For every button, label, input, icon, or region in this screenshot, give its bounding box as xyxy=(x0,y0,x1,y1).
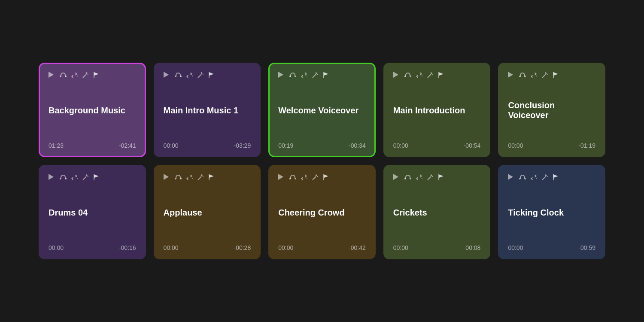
loop-icon[interactable] xyxy=(71,72,78,79)
flag-icon[interactable] xyxy=(553,174,559,181)
play-icon[interactable] xyxy=(508,72,515,79)
flag-icon[interactable] xyxy=(208,174,215,181)
loop-icon[interactable] xyxy=(186,174,193,181)
svg-marker-64 xyxy=(393,174,398,180)
svg-marker-20 xyxy=(316,72,318,74)
card-crickets[interactable]: Crickets 00:00 -00:08 xyxy=(383,165,491,259)
headphones-icon[interactable] xyxy=(289,174,296,181)
magic-icon[interactable] xyxy=(197,72,204,79)
loop-icon[interactable] xyxy=(416,174,422,181)
svg-rect-2 xyxy=(65,76,67,77)
card-time-right: -00:28 xyxy=(234,244,251,251)
headphones-icon[interactable] xyxy=(519,174,526,181)
card-times: 01:23 -02:41 xyxy=(49,142,136,149)
magic-icon[interactable] xyxy=(541,174,548,181)
card-cheering-crowd[interactable]: Cheering Crowd 00:00 -00:42 xyxy=(268,165,376,259)
card-time-left: 00:00 xyxy=(49,244,64,251)
headphones-icon[interactable] xyxy=(60,72,67,79)
card-main-intro-music-1[interactable]: Main Intro Music 1 00:00 -03:29 xyxy=(154,63,261,157)
magic-icon[interactable] xyxy=(197,174,204,181)
svg-marker-12 xyxy=(200,72,203,74)
magic-icon[interactable] xyxy=(427,174,434,181)
magic-icon[interactable] xyxy=(82,174,89,181)
svg-rect-10 xyxy=(180,76,182,77)
magic-icon[interactable] xyxy=(427,72,434,79)
magic-icon[interactable] xyxy=(312,72,319,79)
svg-line-51 xyxy=(198,176,201,180)
svg-rect-49 xyxy=(175,178,176,179)
svg-marker-76 xyxy=(545,174,547,176)
loop-icon[interactable] xyxy=(71,174,78,181)
svg-line-11 xyxy=(198,74,201,78)
headphones-icon[interactable] xyxy=(404,72,411,79)
play-icon[interactable] xyxy=(508,174,515,181)
card-time-right: -00:08 xyxy=(464,244,481,251)
flag-icon[interactable] xyxy=(438,174,445,181)
card-times: 00:00 -00:54 xyxy=(393,142,481,149)
card-background-music[interactable]: Background Music 01:23 -02:41 xyxy=(39,63,146,157)
loop-icon[interactable] xyxy=(530,174,537,181)
card-welcome-voiceover[interactable]: Welcome Voiceover 00:19 -00:34 xyxy=(268,63,376,157)
loop-icon[interactable] xyxy=(301,72,307,79)
headphones-icon[interactable] xyxy=(175,72,182,79)
play-icon[interactable] xyxy=(393,174,400,181)
card-title: Applause xyxy=(164,185,251,240)
headphones-icon[interactable] xyxy=(175,174,182,181)
card-time-right: -00:59 xyxy=(578,244,595,251)
card-drums-04[interactable]: Drums 04 00:00 -00:16 xyxy=(39,165,146,259)
card-icons xyxy=(393,174,481,181)
svg-marker-16 xyxy=(278,72,283,78)
flag-icon[interactable] xyxy=(208,72,215,79)
card-icons xyxy=(49,72,136,79)
card-time-right: -03:29 xyxy=(234,142,251,149)
flag-icon[interactable] xyxy=(323,72,330,79)
svg-marker-71 xyxy=(439,175,444,178)
headphones-icon[interactable] xyxy=(289,72,296,79)
svg-marker-31 xyxy=(439,73,444,76)
play-icon[interactable] xyxy=(164,72,170,79)
card-time-right: -01:19 xyxy=(578,142,595,149)
play-icon[interactable] xyxy=(393,72,400,79)
svg-rect-57 xyxy=(289,178,291,179)
card-time-right: -02:41 xyxy=(119,142,136,149)
headphones-icon[interactable] xyxy=(60,174,67,181)
svg-marker-39 xyxy=(554,73,558,76)
loop-icon[interactable] xyxy=(416,72,422,79)
card-title: Crickets xyxy=(393,185,481,240)
svg-rect-34 xyxy=(525,76,526,77)
play-icon[interactable] xyxy=(164,174,170,181)
card-icons xyxy=(278,72,366,79)
headphones-icon[interactable] xyxy=(519,72,526,79)
svg-line-27 xyxy=(428,74,431,78)
play-icon[interactable] xyxy=(49,72,55,79)
svg-rect-73 xyxy=(519,178,520,179)
magic-icon[interactable] xyxy=(541,72,548,79)
card-icons xyxy=(164,72,251,79)
card-ticking-clock[interactable]: Ticking Clock 00:00 -00:59 xyxy=(498,165,605,259)
card-icons xyxy=(393,72,481,79)
flag-icon[interactable] xyxy=(323,174,330,181)
play-icon[interactable] xyxy=(278,72,285,79)
card-main-introduction[interactable]: Main Introduction 00:00 -00:54 xyxy=(383,63,491,157)
loop-icon[interactable] xyxy=(530,72,537,79)
flag-icon[interactable] xyxy=(93,72,100,79)
flag-icon[interactable] xyxy=(93,174,100,181)
svg-marker-52 xyxy=(200,174,203,176)
magic-icon[interactable] xyxy=(82,72,89,79)
magic-icon[interactable] xyxy=(312,174,319,181)
flag-icon[interactable] xyxy=(438,72,445,79)
headphones-icon[interactable] xyxy=(404,174,411,181)
svg-rect-1 xyxy=(60,76,61,77)
audio-cards-grid: Background Music 01:23 -02:41 xyxy=(21,46,623,276)
card-applause[interactable]: Applause 00:00 -00:28 xyxy=(154,165,261,259)
card-title: Background Music xyxy=(49,83,136,138)
svg-rect-58 xyxy=(295,178,296,179)
loop-icon[interactable] xyxy=(186,72,193,79)
loop-icon[interactable] xyxy=(301,174,307,181)
card-title: Welcome Voiceover xyxy=(278,83,366,138)
card-conclusion-voiceover[interactable]: Conclusion Voiceover 00:00 -01:19 xyxy=(498,63,605,157)
play-icon[interactable] xyxy=(49,174,55,181)
flag-icon[interactable] xyxy=(553,72,559,79)
play-icon[interactable] xyxy=(278,174,285,181)
svg-marker-44 xyxy=(85,174,88,176)
